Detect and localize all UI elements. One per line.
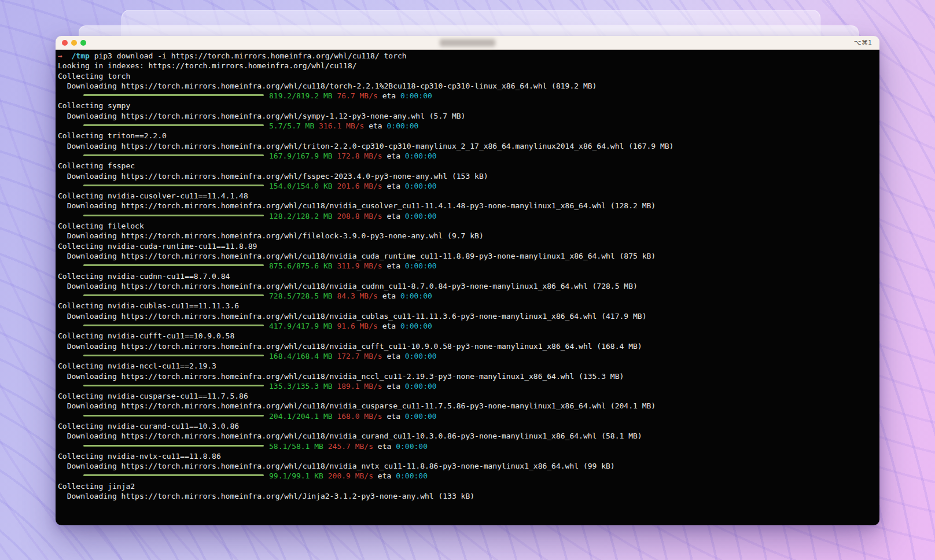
progress-line: 204.1/204.1 MB 168.0 MB/s eta 0:00:00 — [58, 411, 879, 421]
terminal-line: Collecting nvidia-cusparse-cu11==11.7.5.… — [58, 391, 879, 401]
terminal-line: Looking in indexes: https://torch.mirror… — [58, 61, 879, 71]
terminal-line: Downloading https://torch.mirrors.homein… — [58, 251, 879, 261]
progress-bar — [83, 355, 264, 356]
progress-bar — [83, 385, 264, 386]
desktop-background: { "window": { "shortcut_badge": "⌥⌘1", "… — [0, 0, 935, 560]
progress-bar — [83, 124, 264, 126]
terminal-window: ⌥⌘1 → /tmp pip3 download -i https://torc… — [56, 36, 879, 525]
terminal-line: Collecting nvidia-curand-cu11==10.3.0.86 — [58, 421, 879, 431]
terminal-line: Downloading https://torch.mirrors.homein… — [58, 371, 879, 381]
terminal-line: Collecting nvidia-cudnn-cu11==8.7.0.84 — [58, 271, 879, 281]
terminal-line: Collecting torch — [58, 71, 879, 81]
terminal-line: Collecting fsspec — [58, 161, 879, 171]
window-title-blurred — [440, 39, 495, 46]
terminal-line: Downloading https://torch.mirrors.homein… — [58, 401, 879, 411]
terminal-line: Downloading https://torch.mirrors.homein… — [58, 231, 879, 241]
terminal-line: Downloading https://torch.mirrors.homein… — [58, 491, 879, 501]
terminal-line: Downloading https://torch.mirrors.homein… — [58, 341, 879, 351]
progress-line: 99.1/99.1 KB 200.9 MB/s eta 0:00:00 — [58, 471, 879, 481]
terminal-line: Downloading https://torch.mirrors.homein… — [58, 141, 879, 151]
progress-line: 728.5/728.5 MB 84.3 MB/s eta 0:00:00 — [58, 291, 879, 301]
progress-bar — [83, 415, 264, 417]
progress-line: 128.2/128.2 MB 208.8 MB/s eta 0:00:00 — [58, 211, 879, 221]
terminal-line: Collecting nvidia-cusolver-cu11==11.4.1.… — [58, 191, 879, 201]
progress-bar — [83, 215, 264, 216]
terminal-line: Downloading https://torch.mirrors.homein… — [58, 81, 879, 91]
terminal-line: Collecting nvidia-nvtx-cu11==11.8.86 — [58, 451, 879, 461]
terminal-line: Collecting nvidia-cublas-cu11==11.11.3.6 — [58, 301, 879, 311]
progress-line: 875.6/875.6 KB 311.9 MB/s eta 0:00:00 — [58, 261, 879, 271]
terminal-line: Collecting jinja2 — [58, 481, 879, 491]
terminal-line: Collecting nvidia-nccl-cu11==2.19.3 — [58, 361, 879, 371]
progress-line: 167.9/167.9 MB 172.8 MB/s eta 0:00:00 — [58, 151, 879, 161]
progress-bar — [83, 94, 264, 96]
progress-bar — [83, 445, 264, 447]
progress-bar — [83, 185, 264, 186]
terminal-line: Collecting triton==2.2.0 — [58, 131, 879, 141]
terminal-line: Collecting filelock — [58, 221, 879, 231]
terminal-line: Downloading https://torch.mirrors.homein… — [58, 171, 879, 181]
progress-line: 5.7/5.7 MB 316.1 MB/s eta 0:00:00 — [58, 121, 879, 131]
terminal-line: Collecting sympy — [58, 101, 879, 110]
terminal-line: Downloading https://torch.mirrors.homein… — [58, 111, 879, 121]
terminal-line: Collecting nvidia-cufft-cu11==10.9.0.58 — [58, 331, 879, 341]
progress-bar — [83, 474, 264, 476]
terminal-line: Downloading https://torch.mirrors.homein… — [58, 201, 879, 211]
progress-line: 168.4/168.4 MB 172.7 MB/s eta 0:00:00 — [58, 351, 879, 361]
progress-bar — [83, 264, 264, 266]
progress-line: 135.3/135.3 MB 189.1 MB/s eta 0:00:00 — [58, 381, 879, 391]
close-button[interactable] — [62, 40, 68, 46]
terminal-screen[interactable]: → /tmp pip3 download -i https://torch.mi… — [56, 50, 879, 525]
progress-line: 154.0/154.0 KB 201.6 MB/s eta 0:00:00 — [58, 181, 879, 191]
tab-shortcut-badge: ⌥⌘1 — [854, 39, 879, 46]
terminal-line: Downloading https://torch.mirrors.homein… — [58, 281, 879, 291]
terminal-line: Downloading https://torch.mirrors.homein… — [58, 461, 879, 471]
progress-line: 417.9/417.9 MB 91.6 MB/s eta 0:00:00 — [58, 321, 879, 331]
terminal-line: Downloading https://torch.mirrors.homein… — [58, 431, 879, 441]
minimize-button[interactable] — [71, 40, 77, 46]
terminal-line: Downloading https://torch.mirrors.homein… — [58, 311, 879, 321]
window-titlebar[interactable]: ⌥⌘1 — [56, 36, 879, 50]
zoom-button[interactable] — [80, 40, 86, 46]
progress-bar — [83, 294, 264, 296]
terminal-line: → /tmp pip3 download -i https://torch.mi… — [58, 51, 879, 61]
progress-line: 58.1/58.1 MB 245.7 MB/s eta 0:00:00 — [58, 441, 879, 451]
terminal-line: Collecting nvidia-cuda-runtime-cu11==11.… — [58, 241, 879, 251]
progress-bar — [83, 325, 264, 326]
progress-bar — [83, 154, 264, 156]
progress-line: 819.2/819.2 MB 76.7 MB/s eta 0:00:00 — [58, 91, 879, 101]
traffic-lights — [56, 40, 86, 46]
